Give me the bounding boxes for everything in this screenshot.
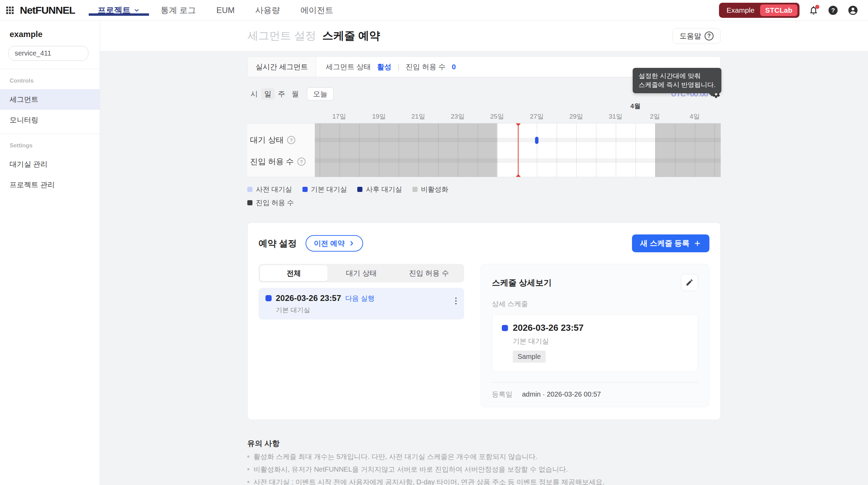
legend-label: 사전 대기실: [256, 185, 292, 194]
help-button-label: 도움말: [680, 31, 701, 41]
note-text: 비활성화시, 유저가 NetFUNNEL을 거치지않고 서버로 바로 진입하여 …: [253, 464, 568, 474]
nav-item-label: EUM: [216, 5, 235, 15]
bullet-dot: [247, 456, 249, 458]
unit-button-week[interactable]: 주: [275, 88, 288, 100]
allow-count-value: 0: [452, 63, 456, 71]
legend-item-post-waiting: 사후 대기실: [357, 185, 402, 194]
schedule-tag: Sample: [513, 351, 546, 363]
svg-text:?: ?: [831, 7, 835, 13]
schedule-color-dot: [265, 295, 272, 301]
grid-icon: [5, 6, 14, 15]
axis-tick: 21일: [411, 112, 425, 121]
tab-realtime-segment[interactable]: 실시간 세그먼트: [248, 57, 316, 77]
nav-item-label: 사용량: [255, 5, 280, 16]
detail-schedule-line1: 2026-03-26 23:57: [502, 323, 688, 333]
row-label-text: 진입 허용 수: [250, 156, 294, 167]
help-circle-button[interactable]: ?: [828, 5, 839, 16]
reservation-body: 전체 대기 상태 진입 허용 수 2026-03-26 23:57 다음 실행: [259, 264, 709, 407]
tooltip-arrow: [708, 93, 715, 96]
nav-item-stats-log[interactable]: 통계 로그: [150, 5, 206, 16]
tab-entry-allowance[interactable]: 진입 허용 수: [395, 265, 463, 281]
axis-tick: 29일: [569, 112, 583, 121]
legend-label: 비활성화: [421, 185, 448, 194]
allow-count-label: 진입 허용 수: [406, 62, 446, 72]
note-text: 사전 대기실 : 이벤트 시작 전에 사용자에게 공지사항, D-day 타이머…: [253, 477, 604, 485]
legend-label: 기본 대기실: [311, 185, 347, 194]
note-item: 비활성화시, 유저가 NetFUNNEL을 거치지않고 서버로 바로 진입하여 …: [247, 464, 721, 474]
app-launcher-icon[interactable]: [0, 0, 20, 21]
sidebar-item-segment[interactable]: 세그먼트: [0, 89, 100, 110]
previous-reservations-button[interactable]: 이전 예약: [306, 235, 363, 252]
plus-icon: [694, 240, 701, 247]
chart-legend-row-1: 사전 대기실 기본 대기실 사후 대기실 비활성화: [247, 185, 721, 194]
tooltip-line: 설정한 시간대에 맞춰: [638, 72, 716, 81]
workspace-badge[interactable]: Example STCLab: [719, 3, 799, 18]
detail-schedule-type: 기본 대기실: [513, 337, 688, 346]
question-circle-icon: ?: [705, 32, 714, 40]
bullet-dot: [247, 481, 249, 483]
today-button[interactable]: 오늘: [307, 87, 334, 100]
segment-status-info: 세그먼트 상태 활성 | 진입 허용 수 0: [316, 57, 466, 77]
tab-all[interactable]: 전체: [260, 265, 327, 281]
notes-title: 유의 사항: [247, 438, 721, 449]
schedule-filter-tabs: 전체 대기 상태 진입 허용 수: [259, 264, 464, 282]
axis-tick: 31일: [609, 112, 622, 121]
timeline-chart: 대기 상태 ? 진입 허용 수 ?: [247, 123, 721, 177]
environment-label: Example: [727, 6, 755, 14]
netfunnel-logo: NetFUNNEL: [20, 4, 75, 16]
nav-item-agent[interactable]: 에이전트: [290, 5, 344, 16]
edit-schedule-button[interactable]: [681, 274, 698, 291]
registered-label: 등록일: [492, 390, 512, 399]
bullet-dot: [247, 468, 249, 470]
schedule-item-line1: 2026-03-26 23:57 다음 실행: [265, 293, 457, 303]
detail-schedule-card: 2026-03-26 23:57 기본 대기실 Sample: [492, 314, 698, 372]
legend-swatch: [357, 187, 362, 192]
legend-swatch: [302, 187, 308, 192]
legend-label: 사후 대기실: [366, 185, 402, 194]
legend-item-basic-waiting: 기본 대기실: [302, 185, 347, 194]
schedule-event-marker[interactable]: [535, 137, 538, 144]
note-text: 활성화 스케줄 최대 개수는 5개입니다. 다만, 사전 대기실 스케줄은 개수…: [253, 452, 537, 461]
tooltip-line: 스케줄에 즉시 반영됩니다.: [638, 81, 716, 89]
new-schedule-button[interactable]: 새 스케줄 등록: [632, 234, 709, 252]
now-marker-bottom: [516, 174, 521, 177]
nav-item-project[interactable]: 프로젝트: [87, 5, 150, 16]
nav-item-usage[interactable]: 사용량: [245, 5, 290, 16]
new-schedule-label: 새 스케줄 등록: [640, 238, 690, 248]
unit-button-hour[interactable]: 시: [247, 88, 261, 100]
unit-button-month[interactable]: 월: [288, 88, 302, 100]
sidebar-item-waiting-room[interactable]: 대기실 관리: [0, 154, 100, 174]
row-label-wait-status: 대기 상태 ?: [250, 135, 295, 145]
axis-tick: 2일: [650, 112, 660, 121]
service-selector[interactable]: service_411: [8, 46, 88, 61]
schedule-item-menu-button[interactable]: [454, 296, 458, 306]
page-header-band: 세그먼트 설정 스케줄 예약 도움말 ?: [100, 21, 868, 51]
main-layout: example service_411 Controls 세그먼트 모니터링 S…: [0, 21, 868, 485]
sidebar: example service_411 Controls 세그먼트 모니터링 S…: [0, 21, 100, 485]
schedule-color-dot: [502, 325, 508, 331]
sidebar-item-monitoring[interactable]: 모니터링: [0, 110, 100, 130]
tab-wait-status[interactable]: 대기 상태: [327, 265, 395, 281]
sidebar-item-project-mgmt[interactable]: 프로젝트 관리: [0, 174, 100, 195]
segment-status-value: 활성: [377, 62, 392, 72]
kebab-dot: [455, 298, 457, 299]
legend-item-disabled: 비활성화: [412, 185, 448, 194]
legend-label: 진입 허용 수: [256, 198, 294, 207]
previous-reservations-label: 이전 예약: [314, 239, 345, 248]
timeline-plot[interactable]: [315, 123, 721, 177]
profile-button[interactable]: [847, 5, 858, 16]
question-circle-icon: ?: [828, 5, 839, 16]
user-avatar-icon: [847, 5, 858, 16]
schedule-list-item[interactable]: 2026-03-26 23:57 다음 실행 기본 대기실: [259, 288, 464, 319]
info-question-icon[interactable]: ?: [297, 157, 306, 166]
info-question-icon[interactable]: ?: [287, 136, 295, 144]
reservation-header: 예약 설정 이전 예약 새 스케줄 등록: [259, 234, 709, 252]
notification-bell-button[interactable]: [808, 5, 819, 15]
nav-left: NetFUNNEL 프로젝트 통계 로그 EUM 사용량 에이전트: [0, 0, 344, 20]
kebab-dot: [455, 300, 457, 302]
nav-item-eum[interactable]: EUM: [206, 5, 245, 15]
registered-value: admin · 2026-03-26 00:57: [522, 390, 601, 398]
nav-right: Example STCLab ?: [719, 0, 868, 20]
unit-button-day[interactable]: 일: [261, 88, 275, 100]
help-button[interactable]: 도움말 ?: [672, 28, 721, 44]
